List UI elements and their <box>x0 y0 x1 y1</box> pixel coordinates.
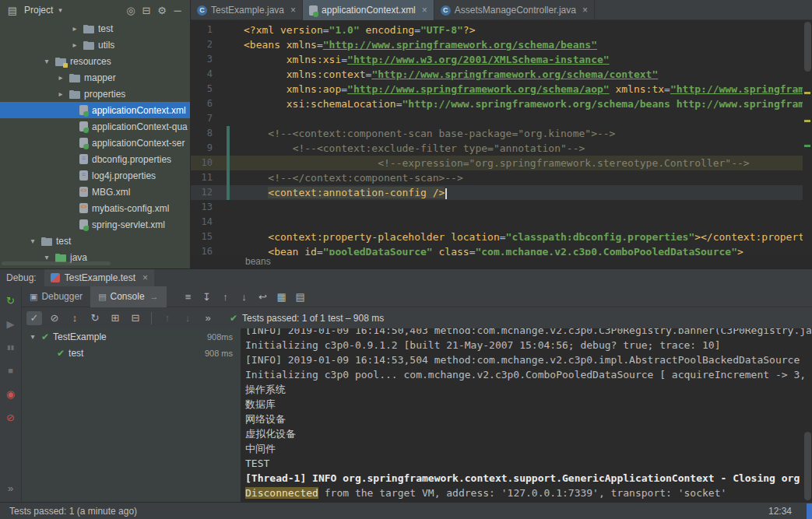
project-tree-hscrollbar[interactable] <box>2 261 111 265</box>
code-line[interactable]: 7 <box>191 111 803 126</box>
expanded-arrow-icon[interactable]: ▾ <box>28 332 37 341</box>
line-number[interactable]: 10 <box>191 156 213 170</box>
test-tree-item-testexample[interactable]: ▾✔TestExample908ms <box>22 328 241 345</box>
scrollbar-thumb[interactable] <box>804 22 811 72</box>
gutter[interactable] <box>213 111 244 126</box>
expanded-arrow-icon[interactable]: ▾ <box>42 57 51 65</box>
table-icon[interactable]: ▤ <box>293 289 308 303</box>
code-line[interactable]: 3 xmlns:xsi="http://www.w3.org/2001/XMLS… <box>191 52 803 67</box>
next-failed-icon[interactable]: ↓ <box>180 311 195 325</box>
line-number[interactable]: 15 <box>191 230 213 244</box>
close-icon[interactable]: × <box>142 272 148 283</box>
tree-item-test[interactable]: ▸test <box>0 20 190 37</box>
code-line[interactable]: 2<beans xmlns="http://www.springframewor… <box>191 37 803 52</box>
line-number[interactable]: 14 <box>191 215 213 230</box>
line-number[interactable]: 5 <box>191 82 213 96</box>
line-number[interactable]: 4 <box>191 67 213 82</box>
line-number[interactable]: 1 <box>191 23 213 37</box>
collapsed-arrow-icon[interactable]: ▸ <box>56 89 65 98</box>
soft-wrap-icon[interactable]: ↩ <box>255 289 271 303</box>
tree-item-spring-servlet-xml[interactable]: spring-servlet.xml <box>0 216 190 233</box>
console-output[interactable]: [INFO] 2019-01-09 16:14:50,403 method:co… <box>241 328 812 502</box>
tree-item-mybatis-config-xml[interactable]: mybatis-config.xml <box>0 200 190 216</box>
code-line[interactable]: 14 <box>191 215 803 230</box>
gutter[interactable] <box>213 230 244 244</box>
line-number[interactable]: 7 <box>191 111 213 126</box>
code-line[interactable]: 5 xmlns:aop="http://www.springframework.… <box>191 82 803 96</box>
show-passed-icon[interactable]: ✓ <box>26 311 42 325</box>
stop-icon[interactable]: ■ <box>4 364 18 377</box>
tree-item-applicationcontext-ser[interactable]: applicationContext-ser <box>0 135 190 151</box>
sort-by-duration-icon[interactable]: ↻ <box>87 311 103 325</box>
more-options-icon[interactable]: » <box>200 311 216 325</box>
gutter[interactable] <box>213 156 244 170</box>
layout-settings-icon[interactable]: ≡ <box>181 289 196 303</box>
gutter[interactable] <box>213 170 244 185</box>
sort-alphabetically-icon[interactable]: ↕ <box>67 311 83 325</box>
expanded-arrow-icon[interactable]: ▾ <box>28 237 37 245</box>
tree-item-mapper[interactable]: ▸mapper <box>0 69 190 86</box>
view-breakpoints-icon[interactable]: ◉ <box>4 387 18 400</box>
code-line[interactable]: 11 <!--</context:component-scan>--> <box>191 170 803 185</box>
debug-session-tab[interactable]: TestExample.test × <box>44 269 154 287</box>
tree-item-properties[interactable]: ▸properties <box>0 86 190 102</box>
gutter[interactable] <box>213 185 244 200</box>
code-line[interactable]: 15 <context:property-placeholder locatio… <box>191 230 803 244</box>
warning-stripe-mark[interactable] <box>804 120 810 122</box>
pause-icon[interactable]: ▮▮ <box>4 341 18 353</box>
collapsed-arrow-icon[interactable]: ▸ <box>56 73 65 82</box>
tree-item-dbconfig-properties[interactable]: dbconfig.properties <box>0 151 190 167</box>
code-line[interactable]: 8 <!--<context:component-scan base-packa… <box>191 126 803 141</box>
hide-panel-icon[interactable]: ─ <box>170 3 185 17</box>
tree-item-applicationcontext-xml[interactable]: applicationContext.xml <box>0 102 190 118</box>
collapsed-arrow-icon[interactable]: ▸ <box>70 24 79 33</box>
gutter[interactable] <box>213 67 244 82</box>
line-number[interactable]: 12 <box>191 185 213 200</box>
tree-item-applicationcontext-qua[interactable]: applicationContext-qua <box>0 118 190 135</box>
gutter[interactable] <box>213 23 244 37</box>
mute-breakpoints-icon[interactable]: ⊘ <box>4 411 18 423</box>
tree-item-log4j-properties[interactable]: log4j.properties <box>0 167 190 184</box>
status-message[interactable]: Tests passed: 1 (a minute ago) <box>9 506 137 517</box>
tree-item-mbg-xml[interactable]: MBG.xml <box>0 184 190 200</box>
collapse-all-icon[interactable]: ⊟ <box>139 3 154 17</box>
expand-all-icon[interactable]: ⊞ <box>107 311 123 325</box>
gutter[interactable] <box>213 82 244 96</box>
collapse-all-tree-icon[interactable]: ⊟ <box>128 311 143 325</box>
previous-failed-icon[interactable]: ↑ <box>160 311 175 325</box>
line-number[interactable]: 8 <box>191 126 213 141</box>
line-number[interactable]: 9 <box>191 141 213 156</box>
tree-item-utils[interactable]: ▸utils <box>0 37 190 53</box>
project-panel-title[interactable]: Project <box>24 5 53 16</box>
project-view-icon[interactable]: ▤ <box>5 3 20 17</box>
gutter[interactable] <box>213 52 244 67</box>
gutter[interactable] <box>213 215 244 230</box>
warning-stripe-mark[interactable] <box>804 92 810 94</box>
expanded-arrow-icon[interactable]: ▾ <box>42 253 51 261</box>
gutter[interactable] <box>213 96 244 111</box>
gutter[interactable] <box>213 126 244 141</box>
next-occurrence-icon[interactable]: ↓ <box>237 289 252 303</box>
tab-console[interactable]: ▤Console→ <box>90 286 166 307</box>
chevron-down-icon[interactable]: ▾ <box>58 6 62 14</box>
tree-item-resources[interactable]: ▾resources <box>0 53 190 69</box>
close-icon[interactable]: × <box>582 5 588 16</box>
previous-occurrence-icon[interactable]: ↑ <box>218 289 234 303</box>
rerun-icon[interactable]: ↻ <box>4 294 18 307</box>
editor-tab-testexample-java[interactable]: TestExample.java× <box>191 0 303 20</box>
grid-icon[interactable]: ▦ <box>274 289 290 303</box>
code-line[interactable]: 4 xmlns:context="http://www.springframew… <box>191 67 803 82</box>
collapsed-arrow-icon[interactable]: ▸ <box>70 40 79 49</box>
line-number[interactable]: 13 <box>191 200 213 215</box>
tree-item-test[interactable]: ▾test <box>0 233 190 249</box>
resume-icon[interactable]: ▶ <box>4 317 18 330</box>
gutter[interactable] <box>213 37 244 52</box>
settings-icon[interactable]: ⚙ <box>154 3 170 17</box>
line-number[interactable]: 2 <box>191 37 213 52</box>
line-number[interactable]: 3 <box>191 52 213 67</box>
pin-right-icon[interactable]: → <box>150 292 159 301</box>
scroll-to-end-icon[interactable]: ↧ <box>199 289 215 303</box>
code-line[interactable]: 13 <box>191 200 803 215</box>
line-number[interactable]: 6 <box>191 96 213 111</box>
console-vscrollbar-thumb[interactable] <box>804 432 811 500</box>
